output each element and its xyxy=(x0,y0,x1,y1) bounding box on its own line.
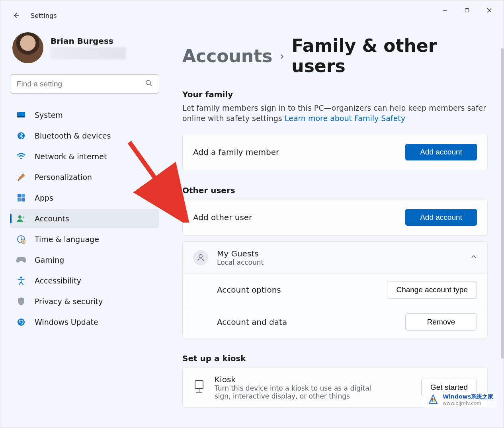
accounts-icon xyxy=(16,214,26,223)
svg-rect-1 xyxy=(465,9,469,12)
svg-rect-28 xyxy=(432,400,433,402)
nav-label: Accounts xyxy=(35,214,69,223)
svg-point-21 xyxy=(199,255,202,258)
chevron-right-icon: › xyxy=(279,49,284,63)
guest-user-header[interactable]: My Guests Local account xyxy=(183,242,487,274)
add-other-account-button[interactable]: Add account xyxy=(405,209,477,226)
app-title: Settings xyxy=(31,12,57,20)
add-other-card: Add other user Add account xyxy=(182,199,488,236)
sidebar: Brian Burgess System Bluetooth & devices… xyxy=(0,20,166,428)
breadcrumb-current: Family & other users xyxy=(291,35,488,76)
nav-windows-update[interactable]: Windows Update xyxy=(10,313,159,332)
svg-point-10 xyxy=(20,158,22,159)
apps-icon xyxy=(16,193,26,203)
nav-accounts[interactable]: Accounts xyxy=(10,209,159,228)
search-box[interactable] xyxy=(10,74,159,94)
svg-rect-29 xyxy=(434,400,435,402)
family-section-desc: Let family members sign in to this PC—or… xyxy=(182,103,488,123)
nav-time-language[interactable]: Time & language xyxy=(10,230,159,249)
family-section-title: Your family xyxy=(182,90,488,99)
chevron-up-icon xyxy=(471,254,477,262)
windows-logo-icon xyxy=(427,393,440,406)
guest-user-block: My Guests Local account Account options … xyxy=(182,241,488,338)
svg-point-19 xyxy=(20,277,22,279)
search-icon xyxy=(145,80,152,88)
close-button[interactable] xyxy=(478,2,500,18)
nav-accessibility[interactable]: Accessibility xyxy=(10,271,159,290)
account-options-label: Account options xyxy=(217,285,281,295)
svg-line-6 xyxy=(150,84,152,86)
nav-label: Network & internet xyxy=(35,152,107,161)
maximize-button[interactable] xyxy=(456,2,478,18)
nav-label: Gaming xyxy=(35,256,64,264)
add-family-card: Add a family member Add account xyxy=(182,134,488,170)
family-safety-link[interactable]: Learn more about Family Safety xyxy=(285,114,405,123)
svg-rect-26 xyxy=(432,398,433,400)
nav-network[interactable]: Network & internet xyxy=(10,147,159,166)
minimize-button[interactable] xyxy=(434,2,456,18)
add-family-label: Add a family member xyxy=(193,147,279,157)
nav-apps[interactable]: Apps xyxy=(10,188,159,207)
nav-label: System xyxy=(35,111,63,119)
svg-rect-12 xyxy=(21,194,25,197)
scrollbar[interactable] xyxy=(501,48,504,359)
account-data-label: Account and data xyxy=(217,317,287,327)
kiosk-icon xyxy=(193,380,205,395)
gaming-icon xyxy=(16,255,26,265)
nav-label: Bluetooth & devices xyxy=(35,131,111,140)
account-data-row: Account and data Remove xyxy=(183,306,487,338)
svg-rect-22 xyxy=(195,381,203,389)
avatar xyxy=(12,32,43,63)
bluetooth-icon xyxy=(16,131,26,141)
profile-email-redacted xyxy=(51,47,126,59)
nav-label: Time & language xyxy=(35,235,99,244)
nav-personalization[interactable]: Personalization xyxy=(10,168,159,187)
nav-label: Windows Update xyxy=(35,318,98,326)
breadcrumb-parent[interactable]: Accounts xyxy=(182,46,272,66)
search-input[interactable] xyxy=(17,80,145,88)
remove-account-button[interactable]: Remove xyxy=(405,313,477,331)
main-content: Accounts › Family & other users Your fam… xyxy=(166,20,504,428)
accessibility-icon xyxy=(16,276,26,285)
nav-label: Privacy & security xyxy=(35,297,103,306)
watermark: Windows系统之家 www.bjjmlv.com xyxy=(423,392,497,408)
nav-label: Apps xyxy=(35,193,53,202)
watermark-title: Windows系统之家 xyxy=(443,393,493,401)
nav-list: System Bluetooth & devices Network & int… xyxy=(10,106,159,332)
svg-rect-27 xyxy=(434,398,435,400)
profile-block[interactable]: Brian Burgess xyxy=(10,32,159,63)
svg-point-15 xyxy=(18,215,21,219)
svg-point-16 xyxy=(23,217,25,219)
svg-rect-13 xyxy=(18,198,21,201)
add-other-label: Add other user xyxy=(193,213,252,222)
nav-label: Personalization xyxy=(35,173,92,182)
time-icon xyxy=(16,235,26,244)
nav-bluetooth[interactable]: Bluetooth & devices xyxy=(10,126,159,145)
wifi-icon xyxy=(16,152,26,161)
brush-icon xyxy=(16,172,26,182)
svg-point-20 xyxy=(18,319,25,326)
watermark-url: www.bjjmlv.com xyxy=(443,401,493,406)
svg-rect-14 xyxy=(21,198,25,201)
svg-rect-11 xyxy=(18,194,21,197)
nav-system[interactable]: System xyxy=(10,106,159,125)
kiosk-desc: Turn this device into a kiosk to use as … xyxy=(215,384,382,400)
other-users-title: Other users xyxy=(182,186,488,195)
profile-name: Brian Burgess xyxy=(51,36,126,46)
guest-type: Local account xyxy=(217,258,264,266)
svg-rect-8 xyxy=(17,116,25,117)
svg-point-5 xyxy=(146,80,150,85)
account-options-row: Account options Change account type xyxy=(183,274,487,306)
guest-name: My Guests xyxy=(217,249,264,258)
back-button[interactable] xyxy=(10,9,23,22)
add-family-account-button[interactable]: Add account xyxy=(405,144,477,160)
nav-privacy[interactable]: Privacy & security xyxy=(10,292,159,311)
shield-icon xyxy=(16,297,26,306)
nav-gaming[interactable]: Gaming xyxy=(10,250,159,270)
breadcrumb: Accounts › Family & other users xyxy=(182,35,488,76)
nav-label: Accessibility xyxy=(35,276,81,285)
titlebar xyxy=(0,0,504,20)
change-account-type-button[interactable]: Change account type xyxy=(387,281,477,299)
kiosk-title: Kiosk xyxy=(215,375,382,384)
kiosk-section-title: Set up a kiosk xyxy=(182,354,488,363)
